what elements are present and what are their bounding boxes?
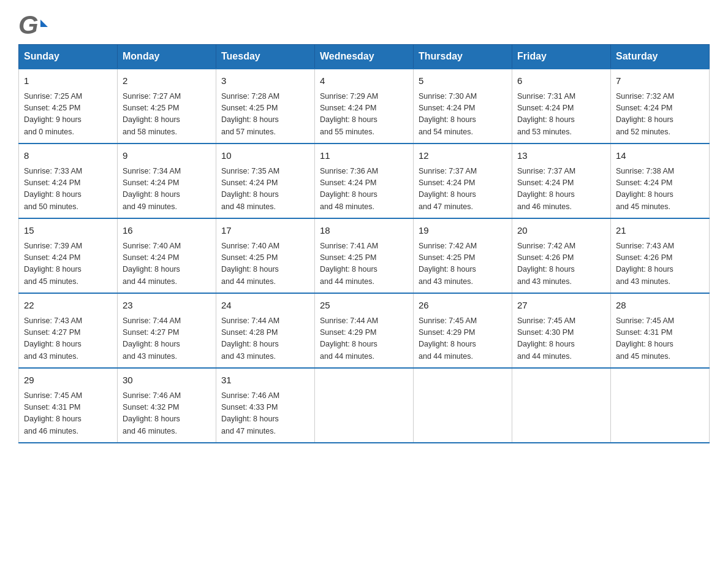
calendar-cell: 19Sunrise: 7:42 AMSunset: 4:25 PMDayligh…	[414, 218, 512, 293]
calendar-cell: 14Sunrise: 7:38 AMSunset: 4:24 PMDayligh…	[611, 144, 710, 218]
calendar-cell: 17Sunrise: 7:40 AMSunset: 4:25 PMDayligh…	[216, 218, 315, 293]
day-number: 30	[123, 373, 211, 388]
day-info: Sunrise: 7:35 AMSunset: 4:24 PMDaylight:…	[221, 166, 309, 213]
weekday-header-row: SundayMondayTuesdayWednesdayThursdayFrid…	[19, 45, 710, 69]
calendar-cell: 25Sunrise: 7:44 AMSunset: 4:29 PMDayligh…	[315, 293, 414, 368]
weekday-header-friday: Friday	[512, 45, 611, 69]
day-number: 3	[221, 74, 309, 88]
day-number: 16	[123, 224, 211, 238]
calendar-cell: 6Sunrise: 7:31 AMSunset: 4:24 PMDaylight…	[512, 69, 611, 144]
day-info: Sunrise: 7:45 AMSunset: 4:31 PMDaylight:…	[616, 315, 704, 363]
day-info: Sunrise: 7:32 AMSunset: 4:24 PMDaylight:…	[616, 91, 704, 139]
calendar-cell: 13Sunrise: 7:37 AMSunset: 4:24 PMDayligh…	[512, 144, 611, 218]
day-info: Sunrise: 7:27 AMSunset: 4:25 PMDaylight:…	[123, 91, 211, 139]
day-number: 15	[24, 224, 112, 238]
weekday-header-wednesday: Wednesday	[315, 45, 414, 69]
day-info: Sunrise: 7:30 AMSunset: 4:24 PMDaylight:…	[419, 91, 507, 139]
calendar-cell: 11Sunrise: 7:36 AMSunset: 4:24 PMDayligh…	[315, 144, 414, 218]
logo-text-block	[40, 20, 48, 31]
day-number: 27	[517, 299, 605, 313]
day-number: 19	[419, 224, 507, 238]
weekday-header-monday: Monday	[118, 45, 216, 69]
day-number: 9	[123, 149, 211, 163]
calendar-cell: 15Sunrise: 7:39 AMSunset: 4:24 PMDayligh…	[19, 218, 118, 293]
day-info: Sunrise: 7:33 AMSunset: 4:24 PMDaylight:…	[24, 166, 112, 213]
day-number: 6	[517, 74, 605, 88]
day-number: 21	[616, 224, 704, 238]
day-info: Sunrise: 7:37 AMSunset: 4:24 PMDaylight:…	[419, 166, 507, 213]
day-number: 22	[24, 299, 112, 313]
day-number: 23	[123, 299, 211, 313]
day-info: Sunrise: 7:25 AMSunset: 4:25 PMDaylight:…	[24, 91, 112, 139]
day-number: 12	[419, 149, 507, 163]
day-info: Sunrise: 7:40 AMSunset: 4:25 PMDaylight:…	[221, 240, 309, 288]
calendar-cell: 5Sunrise: 7:30 AMSunset: 4:24 PMDaylight…	[414, 69, 512, 144]
calendar-cell	[315, 368, 414, 443]
calendar-cell: 22Sunrise: 7:43 AMSunset: 4:27 PMDayligh…	[19, 293, 118, 368]
calendar-cell: 4Sunrise: 7:29 AMSunset: 4:24 PMDaylight…	[315, 69, 414, 144]
calendar-cell	[512, 368, 611, 443]
logo-area: G	[18, 12, 48, 38]
day-info: Sunrise: 7:44 AMSunset: 4:28 PMDaylight:…	[221, 315, 309, 363]
day-number: 4	[320, 74, 408, 88]
day-number: 28	[616, 299, 704, 313]
day-number: 2	[123, 74, 211, 88]
day-info: Sunrise: 7:45 AMSunset: 4:31 PMDaylight:…	[24, 390, 112, 438]
day-info: Sunrise: 7:38 AMSunset: 4:24 PMDaylight:…	[616, 166, 704, 213]
day-number: 14	[616, 149, 704, 163]
day-number: 29	[24, 373, 112, 388]
day-info: Sunrise: 7:40 AMSunset: 4:24 PMDaylight:…	[123, 240, 211, 288]
calendar-cell: 8Sunrise: 7:33 AMSunset: 4:24 PMDaylight…	[19, 144, 118, 218]
day-number: 1	[24, 74, 112, 88]
calendar-cell: 24Sunrise: 7:44 AMSunset: 4:28 PMDayligh…	[216, 293, 315, 368]
day-info: Sunrise: 7:46 AMSunset: 4:32 PMDaylight:…	[123, 390, 211, 438]
calendar-cell: 18Sunrise: 7:41 AMSunset: 4:25 PMDayligh…	[315, 218, 414, 293]
day-info: Sunrise: 7:36 AMSunset: 4:24 PMDaylight:…	[320, 166, 408, 213]
calendar-cell: 3Sunrise: 7:28 AMSunset: 4:25 PMDaylight…	[216, 69, 315, 144]
calendar-cell	[414, 368, 512, 443]
day-info: Sunrise: 7:45 AMSunset: 4:30 PMDaylight:…	[517, 315, 605, 363]
calendar-cell: 2Sunrise: 7:27 AMSunset: 4:25 PMDaylight…	[118, 69, 216, 144]
logo: G	[18, 12, 48, 38]
logo-g-letter: G	[18, 12, 39, 38]
day-info: Sunrise: 7:29 AMSunset: 4:24 PMDaylight:…	[320, 91, 408, 139]
weekday-header-saturday: Saturday	[611, 45, 710, 69]
day-number: 26	[419, 299, 507, 313]
calendar-cell: 30Sunrise: 7:46 AMSunset: 4:32 PMDayligh…	[118, 368, 216, 443]
calendar-cell: 31Sunrise: 7:46 AMSunset: 4:33 PMDayligh…	[216, 368, 315, 443]
day-number: 24	[221, 299, 309, 313]
day-number: 13	[517, 149, 605, 163]
week-row-3: 15Sunrise: 7:39 AMSunset: 4:24 PMDayligh…	[19, 218, 710, 293]
day-number: 17	[221, 224, 309, 238]
calendar-cell: 20Sunrise: 7:42 AMSunset: 4:26 PMDayligh…	[512, 218, 611, 293]
week-row-1: 1Sunrise: 7:25 AMSunset: 4:25 PMDaylight…	[19, 69, 710, 144]
week-row-5: 29Sunrise: 7:45 AMSunset: 4:31 PMDayligh…	[19, 368, 710, 443]
weekday-header-thursday: Thursday	[414, 45, 512, 69]
day-info: Sunrise: 7:39 AMSunset: 4:24 PMDaylight:…	[24, 240, 112, 288]
calendar-cell: 12Sunrise: 7:37 AMSunset: 4:24 PMDayligh…	[414, 144, 512, 218]
page-header: G	[18, 12, 710, 38]
day-info: Sunrise: 7:43 AMSunset: 4:27 PMDaylight:…	[24, 315, 112, 363]
day-number: 11	[320, 149, 408, 163]
calendar-cell: 7Sunrise: 7:32 AMSunset: 4:24 PMDaylight…	[611, 69, 710, 144]
calendar-cell	[611, 368, 710, 443]
day-info: Sunrise: 7:41 AMSunset: 4:25 PMDaylight:…	[320, 240, 408, 288]
day-info: Sunrise: 7:45 AMSunset: 4:29 PMDaylight:…	[419, 315, 507, 363]
day-info: Sunrise: 7:28 AMSunset: 4:25 PMDaylight:…	[221, 91, 309, 139]
day-number: 18	[320, 224, 408, 238]
day-number: 10	[221, 149, 309, 163]
calendar-cell: 16Sunrise: 7:40 AMSunset: 4:24 PMDayligh…	[118, 218, 216, 293]
day-info: Sunrise: 7:37 AMSunset: 4:24 PMDaylight:…	[517, 166, 605, 213]
day-info: Sunrise: 7:42 AMSunset: 4:25 PMDaylight:…	[419, 240, 507, 288]
calendar-cell: 9Sunrise: 7:34 AMSunset: 4:24 PMDaylight…	[118, 144, 216, 218]
logo-arrow-icon	[40, 20, 48, 27]
day-number: 5	[419, 74, 507, 88]
day-number: 20	[517, 224, 605, 238]
calendar-cell: 26Sunrise: 7:45 AMSunset: 4:29 PMDayligh…	[414, 293, 512, 368]
day-number: 25	[320, 299, 408, 313]
calendar-cell: 28Sunrise: 7:45 AMSunset: 4:31 PMDayligh…	[611, 293, 710, 368]
day-info: Sunrise: 7:31 AMSunset: 4:24 PMDaylight:…	[517, 91, 605, 139]
calendar-cell: 27Sunrise: 7:45 AMSunset: 4:30 PMDayligh…	[512, 293, 611, 368]
calendar-cell: 21Sunrise: 7:43 AMSunset: 4:26 PMDayligh…	[611, 218, 710, 293]
day-number: 8	[24, 149, 112, 163]
